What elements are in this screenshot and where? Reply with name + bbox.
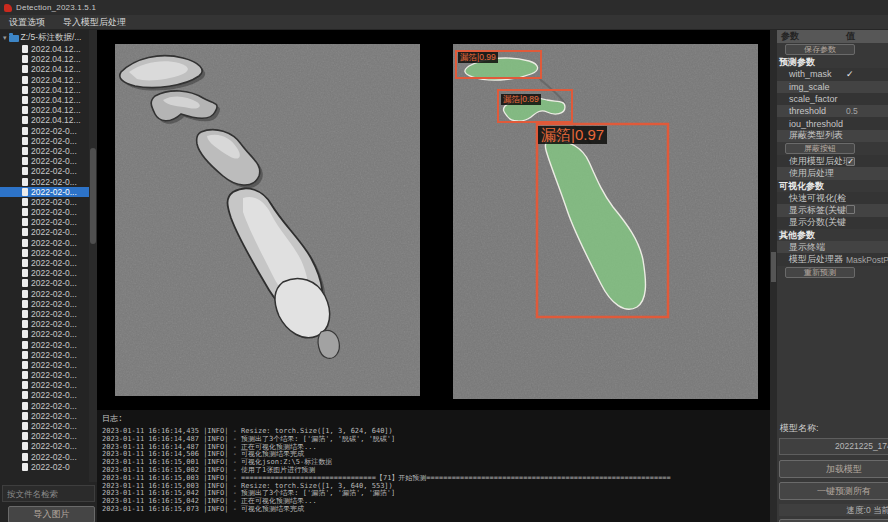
- file-item[interactable]: 2022-02-0...: [0, 238, 89, 248]
- param-row[interactable]: 模型后处理器MaskPostPro: [777, 253, 888, 265]
- file-item[interactable]: 2022-02-0...: [0, 390, 89, 400]
- tree-root[interactable]: ▾ Z:/5-标注数据/...: [0, 32, 89, 44]
- file-item[interactable]: 2022-02-0...: [0, 370, 89, 380]
- param-value[interactable]: ✓: [846, 156, 888, 166]
- param-value[interactable]: MaskPostPro: [846, 255, 888, 265]
- checkbox-unchecked[interactable]: [846, 205, 855, 214]
- panel-button[interactable]: 屏蔽按钮: [785, 143, 855, 154]
- file-item[interactable]: 2022-02-0...: [0, 401, 89, 411]
- file-item[interactable]: 2022.04.12...: [0, 95, 89, 105]
- param-row[interactable]: threshold0.5: [777, 105, 888, 117]
- predict-all-button[interactable]: 一键预测所有: [779, 482, 888, 500]
- file-item[interactable]: 2022.04.12...: [0, 105, 89, 115]
- file-item-label: 2022-02-0...: [31, 217, 77, 227]
- file-item[interactable]: 2022-02-0...: [0, 278, 89, 288]
- file-item[interactable]: 2022-02-0...: [0, 431, 89, 441]
- file-item[interactable]: 2022-02-0...: [0, 339, 89, 349]
- param-value[interactable]: ✓: [846, 69, 888, 79]
- file-item[interactable]: 2022.04.12...: [0, 44, 89, 54]
- param-row[interactable]: 显示分数(关键点): [777, 217, 888, 229]
- file-icon: [22, 137, 28, 145]
- model-block: 模型名称: 20221225_174813 加载模型 一键预测所有 速度:0 当…: [777, 422, 888, 435]
- file-item[interactable]: 2022.04.12...: [0, 54, 89, 64]
- file-item[interactable]: 2022-02-0...: [0, 268, 89, 278]
- file-item[interactable]: 2022-02-0...: [0, 126, 89, 136]
- param-label: 显示终端: [777, 241, 846, 254]
- image-panel-prediction: 漏箔|0.99 漏箔|0.89 漏箔|0.97: [437, 30, 770, 410]
- file-item[interactable]: 2022-02-0...: [0, 329, 89, 339]
- checkbox-checked[interactable]: ✓: [846, 157, 855, 166]
- file-item[interactable]: 2022-02-0...: [0, 319, 89, 329]
- prediction-image[interactable]: 漏箔|0.99 漏箔|0.89 漏箔|0.97: [453, 44, 758, 399]
- import-images-button[interactable]: 导入图片: [8, 506, 95, 522]
- file-item[interactable]: 2022-02-0...: [0, 217, 89, 227]
- original-image[interactable]: [115, 44, 420, 396]
- file-item-label: 2022.04.12...: [31, 105, 81, 115]
- file-icon: [22, 228, 28, 236]
- param-row[interactable]: 显示终端: [777, 241, 888, 253]
- menu-item-settings[interactable]: 设置选项: [0, 15, 54, 30]
- param-row[interactable]: 使用后处理: [777, 167, 888, 179]
- param-row[interactable]: 快速可视化(检测): [777, 192, 888, 204]
- menu-item-import-postprocess[interactable]: 导入模型后处理: [54, 15, 135, 30]
- file-item[interactable]: 2022-02-0...: [0, 421, 89, 431]
- file-icon: [22, 188, 28, 196]
- file-item[interactable]: 2022.04.12...: [0, 115, 89, 125]
- image-panel-original: [97, 30, 437, 410]
- splitter-handle[interactable]: [771, 252, 776, 282]
- file-item[interactable]: 2022-02-0...: [0, 156, 89, 166]
- folder-icon: [9, 35, 19, 42]
- param-row[interactable]: 显示标签(关键点): [777, 204, 888, 216]
- file-item[interactable]: 2022-02-0...: [0, 248, 89, 258]
- file-item[interactable]: 2022-02-0...: [0, 452, 89, 462]
- file-item[interactable]: 2022-02-0...: [0, 411, 89, 421]
- param-row[interactable]: with_mask✓: [777, 68, 888, 80]
- vertical-splitter[interactable]: [770, 30, 777, 522]
- file-item-label: 2022.04.12...: [31, 85, 81, 95]
- file-item[interactable]: 2022-02-0...: [0, 350, 89, 360]
- param-value[interactable]: [846, 205, 888, 216]
- file-item-label: 2022-02-0...: [31, 258, 77, 268]
- file-item-label: 2022-02-0...: [31, 401, 77, 411]
- sidebar-scrollbar-thumb[interactable]: [90, 148, 96, 244]
- param-label: img_scale: [777, 82, 846, 92]
- file-item[interactable]: 2022-02-0...: [0, 207, 89, 217]
- file-item[interactable]: 2022-02-0...: [0, 187, 89, 197]
- panel-button[interactable]: 重新预测: [785, 267, 855, 278]
- file-item[interactable]: 2022-02-0: [0, 462, 89, 472]
- param-section-header: 其他参数: [777, 229, 888, 241]
- file-icon: [22, 371, 28, 379]
- file-list: 2022.04.12...2022.04.12...2022.04.12...2…: [0, 44, 89, 472]
- file-icon: [22, 218, 28, 226]
- panel-button[interactable]: 保存参数: [785, 44, 855, 55]
- load-model-button[interactable]: 加载模型: [779, 460, 888, 478]
- file-item[interactable]: 2022-02-0...: [0, 166, 89, 176]
- file-item[interactable]: 2022-02-0...: [0, 360, 89, 370]
- file-item[interactable]: 2022-02-0...: [0, 146, 89, 156]
- param-row[interactable]: 屏蔽类型列表: [777, 130, 888, 142]
- file-item-label: 2022-02-0...: [31, 329, 77, 339]
- file-item[interactable]: 2022-02-0...: [0, 441, 89, 451]
- param-row[interactable]: img_scale: [777, 81, 888, 93]
- file-item[interactable]: 2022-02-0...: [0, 197, 89, 207]
- model-name-value[interactable]: 20221225_174813: [779, 438, 888, 455]
- file-item[interactable]: 2022.04.12...: [0, 64, 89, 74]
- chevron-down-icon[interactable]: ▾: [3, 32, 7, 44]
- file-item[interactable]: 2022-02-0...: [0, 289, 89, 299]
- param-value[interactable]: 0.5: [846, 106, 888, 116]
- file-item[interactable]: 2022.04.12...: [0, 75, 89, 85]
- file-item[interactable]: 2022-02-0...: [0, 299, 89, 309]
- file-item[interactable]: 2022-02-0...: [0, 309, 89, 319]
- sidebar-scrollbar[interactable]: [89, 30, 97, 482]
- param-row[interactable]: 使用模型后处理✓: [777, 155, 888, 167]
- file-item[interactable]: 2022-02-0...: [0, 380, 89, 390]
- param-row[interactable]: iou_threshold: [777, 117, 888, 129]
- file-item[interactable]: 2022-02-0...: [0, 227, 89, 237]
- file-item[interactable]: 2022.04.12...: [0, 85, 89, 95]
- file-item[interactable]: 2022-02-0...: [0, 176, 89, 186]
- param-row[interactable]: scale_factor: [777, 93, 888, 105]
- file-item-label: 2022-02-0...: [31, 268, 77, 278]
- filename-search-input[interactable]: [2, 485, 95, 502]
- file-item[interactable]: 2022-02-0...: [0, 258, 89, 268]
- file-item[interactable]: 2022-02-0...: [0, 136, 89, 146]
